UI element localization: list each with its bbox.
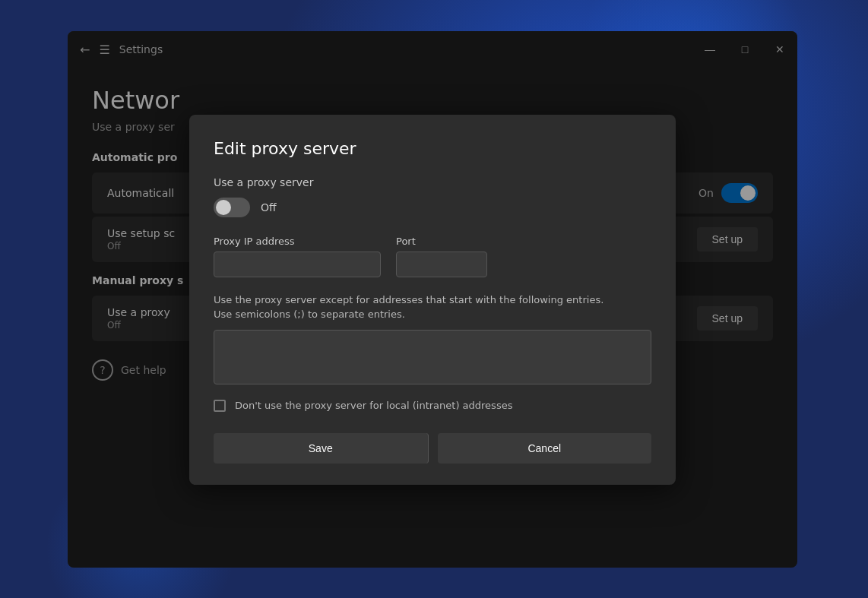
modal-overlay: Edit proxy server Use a proxy server Off…	[68, 31, 797, 568]
local-addresses-row: Don't use the proxy server for local (in…	[214, 400, 651, 412]
proxy-toggle[interactable]	[214, 198, 250, 217]
local-addresses-label: Don't use the proxy server for local (in…	[235, 400, 512, 411]
proxy-ip-group: Proxy IP address	[214, 236, 381, 277]
proxy-ip-input[interactable]	[214, 252, 381, 277]
settings-window: ← ☰ Settings — □ ✕ Networ Use a proxy se…	[68, 31, 797, 568]
port-input[interactable]	[396, 252, 487, 277]
cancel-button[interactable]: Cancel	[438, 433, 652, 464]
ip-port-row: Proxy IP address Port	[214, 236, 651, 277]
modal-footer: Save Cancel	[214, 433, 651, 464]
port-group: Port	[396, 236, 487, 277]
exceptions-textarea[interactable]	[214, 330, 651, 384]
proxy-ip-label: Proxy IP address	[214, 236, 381, 247]
exceptions-description: Use the proxy server except for addresse…	[214, 293, 651, 322]
edit-proxy-dialog: Edit proxy server Use a proxy server Off…	[189, 115, 676, 485]
save-button[interactable]: Save	[214, 433, 429, 464]
proxy-toggle-label: Off	[261, 201, 277, 214]
modal-toggle-row: Off	[214, 198, 651, 217]
use-proxy-server-label: Use a proxy server	[214, 176, 651, 188]
port-label: Port	[396, 236, 487, 247]
local-addresses-checkbox[interactable]	[214, 400, 226, 412]
modal-title: Edit proxy server	[214, 139, 651, 158]
